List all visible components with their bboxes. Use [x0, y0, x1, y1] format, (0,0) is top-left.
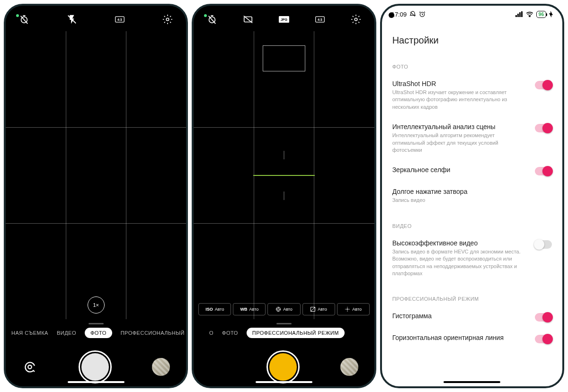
svg-rect-22	[519, 12, 521, 17]
aspect-ratio-icon[interactable]: 4:3	[315, 14, 325, 25]
shutter-row	[194, 343, 374, 386]
setting-desc: UltraShot HDR изучает окружение и состав…	[392, 89, 528, 111]
drag-handle-icon[interactable]	[89, 323, 104, 324]
home-indicator[interactable]	[444, 381, 500, 383]
shutter-inner	[269, 353, 297, 381]
svg-text:4:3: 4:3	[318, 18, 322, 21]
setting-long-press[interactable]: Долгое нажатие затвора Запись видео	[392, 183, 552, 211]
zoom-value: 1×	[93, 302, 99, 308]
level-tick-top	[284, 151, 284, 159]
mode-selector[interactable]: О ФОТО ПРОФЕССИОНАЛЬНЫЙ РЕЖИМ	[194, 321, 374, 343]
mode-night[interactable]: НАЯ СЪЕМКА	[11, 330, 48, 336]
mode-pro[interactable]: ПРОФЕССИОНАЛЬНЫЙ Р	[121, 330, 186, 336]
svg-text:JPG: JPG	[281, 18, 288, 21]
gallery-thumbnail[interactable]	[340, 358, 358, 376]
setting-desc: Интеллектуальный алгоритм рекомендует оп…	[392, 132, 528, 154]
shutter-button[interactable]	[266, 350, 300, 383]
iso-value: Авто	[215, 307, 224, 312]
punch-hole-camera	[389, 12, 394, 18]
wifi-icon	[526, 11, 533, 17]
switch-camera-button[interactable]	[22, 359, 38, 375]
viewfinder[interactable]: 1×	[6, 31, 186, 319]
privacy-indicator	[16, 14, 19, 17]
wb-value: Авто	[249, 307, 259, 312]
iso-label: ISO	[205, 307, 213, 312]
shutter-button[interactable]	[79, 350, 112, 383]
svg-text:4:3: 4:3	[117, 18, 122, 21]
battery-indicator: 96	[536, 11, 546, 18]
svg-line-18	[411, 12, 415, 16]
toggle-ultrashot[interactable]	[535, 81, 552, 89]
section-video-label: ВИДЕО	[392, 223, 552, 229]
status-bar: 17:09 96	[382, 6, 562, 23]
setting-histogram[interactable]: Гистограмма	[392, 307, 552, 329]
zoom-button[interactable]: 1×	[88, 296, 105, 314]
setting-scene-analysis[interactable]: Интеллектуальный анализ сцены Интеллекту…	[392, 118, 552, 161]
pro-ev-button[interactable]: Авто	[302, 303, 335, 315]
pro-shutter-button[interactable]: Авто	[267, 303, 300, 315]
pro-wb-button[interactable]: WB Авто	[233, 303, 266, 315]
toggle-mirror[interactable]	[535, 167, 552, 175]
settings-icon[interactable]	[351, 14, 361, 25]
timer-off-icon[interactable]	[207, 14, 217, 25]
format-jpg-icon[interactable]: JPG	[279, 14, 289, 25]
shutter-row	[6, 343, 186, 386]
svg-point-6	[28, 365, 32, 369]
histogram-overlay	[263, 45, 305, 71]
mode-photo[interactable]: ФОТО	[85, 328, 112, 338]
camera-top-toolbar: 4:3	[6, 6, 186, 29]
mode-pro[interactable]: ПРОФЕССИОНАЛЬНЫЙ РЕЖИМ	[247, 328, 345, 338]
drag-handle-icon[interactable]	[276, 323, 292, 324]
mute-icon	[409, 11, 416, 17]
home-indicator[interactable]	[256, 381, 312, 383]
raw-off-icon[interactable]	[243, 14, 253, 25]
alarm-icon	[419, 11, 426, 17]
focus-value: Авто	[352, 307, 362, 312]
svg-point-5	[167, 18, 169, 21]
svg-point-15	[355, 18, 357, 21]
setting-desc: Запись видео в формате HEVC для экономии…	[392, 248, 528, 278]
settings-icon[interactable]	[162, 14, 173, 25]
setting-title: Высокоэффективное видео	[392, 239, 528, 247]
section-photo-label: ФОТО	[392, 64, 552, 70]
camera-pro-phone: JPG 4:3 ISO Авто WB Авто	[192, 4, 376, 388]
section-pro-label: ПРОФЕССИОНАЛЬНЫЙ РЕЖИМ	[392, 296, 552, 302]
timer-off-icon[interactable]	[19, 14, 29, 25]
toggle-histogram[interactable]	[535, 313, 552, 322]
pro-focus-button[interactable]: Авто	[337, 303, 370, 315]
viewfinder[interactable]: ISO Авто WB Авто Авто Авто Авто	[194, 31, 374, 319]
camera-top-toolbar: JPG 4:3	[194, 6, 374, 29]
signal-icon	[515, 11, 523, 17]
page-title: Настройки	[382, 23, 562, 52]
setting-title: UltraShot HDR	[392, 80, 528, 87]
setting-mirror-selfie[interactable]: Зеркальное селфи	[392, 161, 552, 183]
svg-point-24	[529, 16, 530, 17]
aspect-ratio-icon[interactable]: 4:3	[115, 14, 125, 25]
settings-list[interactable]: ФОТО UltraShot HDR UltraShot HDR изучает…	[382, 52, 562, 386]
horizon-line	[253, 175, 315, 176]
home-indicator[interactable]	[68, 381, 124, 383]
wb-label: WB	[240, 307, 248, 312]
setting-title: Зеркальное селфи	[392, 166, 528, 174]
gallery-thumbnail[interactable]	[152, 358, 170, 376]
flash-off-icon[interactable]	[67, 14, 77, 25]
mode-video[interactable]: ВИДЕО	[57, 330, 76, 336]
toggle-scene[interactable]	[535, 124, 552, 132]
mode-photo[interactable]: ФОТО	[222, 330, 238, 336]
mode-partial[interactable]: О	[209, 330, 213, 336]
settings-phone: 17:09 96 Настройки ФОТО UltraShot HDR Ul…	[380, 4, 564, 388]
setting-hevc[interactable]: Высокоэффективное видео Запись видео в ф…	[392, 235, 552, 285]
toggle-hevc[interactable]	[535, 240, 552, 249]
setting-title: Горизонтальная ориентирная линия	[392, 334, 528, 341]
setting-desc: Запись видео	[392, 197, 552, 204]
setting-title: Гистограмма	[392, 312, 528, 320]
pro-iso-button[interactable]: ISO Авто	[198, 303, 231, 315]
setting-horizon-line[interactable]: Горизонтальная ориентирная линия	[392, 329, 552, 351]
mode-selector[interactable]: НАЯ СЪЕМКА ВИДЕО ФОТО ПРОФЕССИОНАЛЬНЫЙ Р	[6, 321, 186, 343]
charging-icon	[549, 11, 553, 17]
svg-rect-20	[515, 15, 517, 17]
svg-point-17	[347, 309, 348, 310]
setting-ultrashot[interactable]: UltraShot HDR UltraShot HDR изучает окру…	[392, 75, 552, 118]
setting-title: Долгое нажатие затвора	[392, 188, 552, 195]
toggle-horizon[interactable]	[535, 335, 552, 343]
